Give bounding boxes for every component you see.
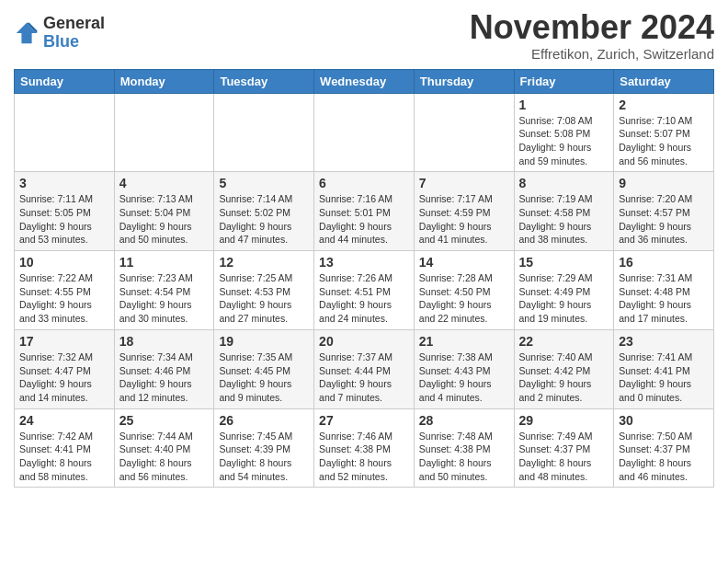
calendar-cell: 12Sunrise: 7:25 AMSunset: 4:53 PMDayligh…: [214, 251, 314, 330]
calendar-cell: 8Sunrise: 7:19 AMSunset: 4:58 PMDaylight…: [514, 172, 614, 251]
day-info: Sunrise: 7:49 AMSunset: 4:37 PMDaylight:…: [519, 430, 609, 484]
day-info: Sunrise: 7:37 AMSunset: 4:44 PMDaylight:…: [319, 350, 409, 405]
calendar-cell: [214, 93, 314, 172]
day-number: 9: [619, 176, 709, 190]
day-number: 17: [19, 334, 109, 349]
day-number: 12: [219, 255, 309, 270]
day-info: Sunrise: 7:35 AMSunset: 4:45 PMDaylight:…: [219, 350, 309, 405]
day-info: Sunrise: 7:38 AMSunset: 4:43 PMDaylight:…: [419, 350, 509, 405]
calendar-cell: 21Sunrise: 7:38 AMSunset: 4:43 PMDayligh…: [414, 329, 514, 408]
day-header-monday: Monday: [114, 69, 214, 93]
day-header-friday: Friday: [514, 69, 614, 93]
day-number: 7: [419, 176, 509, 190]
day-number: 27: [319, 413, 409, 428]
day-info: Sunrise: 7:34 AMSunset: 4:46 PMDaylight:…: [119, 350, 210, 405]
calendar-cell: 7Sunrise: 7:17 AMSunset: 4:59 PMDaylight…: [414, 172, 514, 251]
day-info: Sunrise: 7:40 AMSunset: 4:42 PMDaylight:…: [519, 350, 609, 405]
day-number: 25: [119, 413, 210, 428]
calendar-cell: [314, 93, 415, 172]
logo-text: General Blue: [43, 15, 105, 52]
calendar-cell: 11Sunrise: 7:23 AMSunset: 4:54 PMDayligh…: [114, 251, 214, 330]
calendar-cell: [414, 93, 514, 172]
day-number: 14: [419, 255, 509, 270]
calendar-cell: 20Sunrise: 7:37 AMSunset: 4:44 PMDayligh…: [314, 329, 415, 408]
day-header-tuesday: Tuesday: [214, 69, 314, 93]
day-info: Sunrise: 7:42 AMSunset: 4:41 PMDaylight:…: [19, 430, 109, 484]
day-number: 18: [119, 334, 210, 349]
day-info: Sunrise: 7:29 AMSunset: 4:49 PMDaylight:…: [519, 271, 609, 326]
day-header-saturday: Saturday: [614, 69, 714, 93]
day-number: 22: [519, 334, 609, 349]
calendar-cell: 15Sunrise: 7:29 AMSunset: 4:49 PMDayligh…: [514, 251, 614, 330]
calendar-cell: 28Sunrise: 7:48 AMSunset: 4:38 PMDayligh…: [414, 408, 514, 488]
day-number: 1: [519, 98, 609, 112]
day-number: 3: [19, 176, 109, 190]
calendar-cell: 22Sunrise: 7:40 AMSunset: 4:42 PMDayligh…: [514, 329, 614, 408]
day-number: 13: [319, 255, 409, 270]
calendar-cell: 4Sunrise: 7:13 AMSunset: 5:04 PMDaylight…: [114, 172, 214, 251]
calendar-cell: 26Sunrise: 7:45 AMSunset: 4:39 PMDayligh…: [214, 408, 314, 488]
day-number: 21: [419, 334, 509, 349]
week-row-5: 24Sunrise: 7:42 AMSunset: 4:41 PMDayligh…: [15, 408, 714, 488]
day-info: Sunrise: 7:08 AMSunset: 5:08 PMDaylight:…: [519, 114, 609, 168]
calendar-cell: 2Sunrise: 7:10 AMSunset: 5:07 PMDaylight…: [614, 93, 714, 172]
logo-general: General: [43, 15, 105, 33]
day-info: Sunrise: 7:48 AMSunset: 4:38 PMDaylight:…: [419, 430, 509, 484]
day-info: Sunrise: 7:17 AMSunset: 4:59 PMDaylight:…: [419, 192, 509, 247]
calendar-cell: 13Sunrise: 7:26 AMSunset: 4:51 PMDayligh…: [314, 251, 415, 330]
month-title: November 2024: [470, 9, 714, 46]
calendar-cell: 24Sunrise: 7:42 AMSunset: 4:41 PMDayligh…: [15, 408, 115, 488]
day-info: Sunrise: 7:44 AMSunset: 4:40 PMDaylight:…: [119, 430, 210, 484]
calendar-table: SundayMondayTuesdayWednesdayThursdayFrid…: [14, 69, 714, 488]
day-info: Sunrise: 7:26 AMSunset: 4:51 PMDaylight:…: [319, 271, 409, 326]
calendar-cell: 3Sunrise: 7:11 AMSunset: 5:05 PMDaylight…: [15, 172, 115, 251]
page: General Blue November 2024 Effretikon, Z…: [0, 0, 728, 501]
calendar-cell: 16Sunrise: 7:31 AMSunset: 4:48 PMDayligh…: [614, 251, 714, 330]
calendar-cell: 6Sunrise: 7:16 AMSunset: 5:01 PMDaylight…: [314, 172, 415, 251]
day-header-sunday: Sunday: [15, 69, 115, 93]
calendar-cell: 10Sunrise: 7:22 AMSunset: 4:55 PMDayligh…: [15, 251, 115, 330]
calendar-cell: 29Sunrise: 7:49 AMSunset: 4:37 PMDayligh…: [514, 408, 614, 488]
day-number: 10: [19, 255, 109, 270]
subtitle: Effretikon, Zurich, Switzerland: [470, 46, 714, 62]
calendar-cell: 25Sunrise: 7:44 AMSunset: 4:40 PMDayligh…: [114, 408, 214, 488]
calendar-cell: 18Sunrise: 7:34 AMSunset: 4:46 PMDayligh…: [114, 329, 214, 408]
calendar-cell: 19Sunrise: 7:35 AMSunset: 4:45 PMDayligh…: [214, 329, 314, 408]
calendar-cell: 14Sunrise: 7:28 AMSunset: 4:50 PMDayligh…: [414, 251, 514, 330]
calendar-cell: 30Sunrise: 7:50 AMSunset: 4:37 PMDayligh…: [614, 408, 714, 488]
logo-blue: Blue: [43, 33, 105, 52]
day-header-thursday: Thursday: [414, 69, 514, 93]
calendar-cell: 5Sunrise: 7:14 AMSunset: 5:02 PMDaylight…: [214, 172, 314, 251]
day-number: 11: [119, 255, 210, 270]
calendar-cell: 9Sunrise: 7:20 AMSunset: 4:57 PMDaylight…: [614, 172, 714, 251]
day-number: 2: [619, 98, 709, 112]
day-info: Sunrise: 7:31 AMSunset: 4:48 PMDaylight:…: [619, 271, 709, 326]
calendar-cell: 1Sunrise: 7:08 AMSunset: 5:08 PMDaylight…: [514, 93, 614, 172]
day-info: Sunrise: 7:20 AMSunset: 4:57 PMDaylight:…: [619, 192, 709, 247]
day-info: Sunrise: 7:32 AMSunset: 4:47 PMDaylight:…: [19, 350, 109, 405]
day-header-wednesday: Wednesday: [314, 69, 415, 93]
day-info: Sunrise: 7:22 AMSunset: 4:55 PMDaylight:…: [19, 271, 109, 326]
week-row-3: 10Sunrise: 7:22 AMSunset: 4:55 PMDayligh…: [15, 251, 714, 330]
day-info: Sunrise: 7:41 AMSunset: 4:41 PMDaylight:…: [619, 350, 709, 405]
header-row: SundayMondayTuesdayWednesdayThursdayFrid…: [15, 69, 714, 93]
day-number: 24: [19, 413, 109, 428]
day-info: Sunrise: 7:25 AMSunset: 4:53 PMDaylight:…: [219, 271, 309, 326]
day-number: 23: [619, 334, 709, 349]
day-info: Sunrise: 7:19 AMSunset: 4:58 PMDaylight:…: [519, 192, 609, 247]
day-number: 19: [219, 334, 309, 349]
calendar-cell: 27Sunrise: 7:46 AMSunset: 4:38 PMDayligh…: [314, 408, 415, 488]
calendar-cell: 23Sunrise: 7:41 AMSunset: 4:41 PMDayligh…: [614, 329, 714, 408]
day-number: 30: [619, 413, 709, 428]
logo: General Blue: [14, 15, 105, 52]
week-row-4: 17Sunrise: 7:32 AMSunset: 4:47 PMDayligh…: [15, 329, 714, 408]
day-number: 5: [219, 176, 309, 190]
calendar-cell: 17Sunrise: 7:32 AMSunset: 4:47 PMDayligh…: [15, 329, 115, 408]
logo-icon: [14, 20, 40, 46]
title-section: November 2024 Effretikon, Zurich, Switze…: [470, 9, 714, 62]
day-number: 15: [519, 255, 609, 270]
svg-marker-0: [17, 23, 37, 43]
day-number: 20: [319, 334, 409, 349]
day-number: 28: [419, 413, 509, 428]
week-row-1: 1Sunrise: 7:08 AMSunset: 5:08 PMDaylight…: [15, 93, 714, 172]
